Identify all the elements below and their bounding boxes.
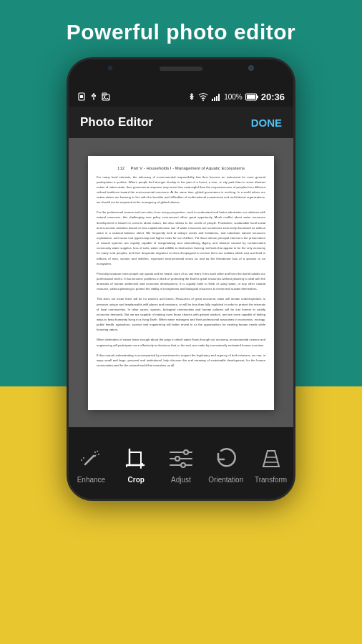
app-background: Powerful photo editor: [0, 0, 362, 644]
battery-icon: [245, 93, 258, 101]
svg-rect-17: [247, 94, 255, 99]
svg-line-19: [85, 456, 94, 464]
svg-rect-14: [216, 96, 217, 101]
orientation-label: Orientation: [208, 476, 243, 484]
document-page: 112 Part V - Households I - Management o…: [88, 156, 274, 410]
toolbar-item-transform[interactable]: Transform: [248, 427, 293, 499]
svg-rect-1: [80, 95, 83, 98]
toolbar-item-enhance[interactable]: Enhance: [69, 427, 114, 499]
volume-up-button: [67, 163, 68, 188]
svg-point-11: [202, 99, 204, 101]
wifi-icon: [198, 92, 208, 101]
svg-line-23: [97, 451, 99, 452]
bluetooth-icon: [188, 92, 195, 101]
crop-label: Crop: [128, 476, 145, 484]
wand-icon: [78, 446, 104, 472]
doc-paragraph-1: For many local interests, the advocacy o…: [97, 175, 265, 205]
status-time: 20:36: [261, 92, 285, 102]
perspective-icon: [258, 446, 284, 472]
sim-icon: [77, 92, 86, 101]
toolbar-item-crop[interactable]: Crop: [114, 427, 159, 499]
phone-wrapper: 100% 20:36 Photo Editor DONE: [0, 57, 362, 501]
svg-rect-18: [257, 95, 258, 98]
doc-paragraph-3: Precisely because more people can speak …: [97, 271, 265, 292]
phone-top-bar: [69, 59, 293, 87]
phone: 100% 20:36 Photo Editor DONE: [67, 57, 295, 501]
svg-marker-36: [263, 451, 279, 467]
volume-mute-button: [67, 138, 68, 156]
rotate-icon: [213, 446, 239, 472]
sliders-icon: [168, 446, 194, 472]
adjust-label: Adjust: [171, 476, 191, 484]
transform-label: Transform: [255, 476, 287, 484]
doc-paragraph-4: This does not mean there will be no winn…: [97, 296, 265, 332]
doc-paragraph-5: When defenders of nature learn enough ab…: [97, 337, 265, 347]
toolbar-item-orientation[interactable]: Orientation: [203, 427, 248, 499]
usb-icon: [89, 92, 98, 101]
power-button: [294, 145, 295, 181]
front-camera: [248, 65, 254, 71]
signal-icon: [211, 92, 221, 101]
status-left-icons: [77, 92, 110, 101]
volume-down-button: [67, 195, 68, 220]
svg-point-33: [184, 450, 188, 454]
svg-point-34: [175, 457, 180, 461]
svg-point-35: [181, 463, 185, 467]
battery-percent: 100%: [224, 93, 243, 101]
front-sensor: [108, 66, 112, 70]
header-title: Photo Editor: [80, 115, 153, 130]
phone-inner: 100% 20:36 Photo Editor DONE: [69, 59, 293, 499]
status-bar: 100% 20:36: [69, 87, 293, 107]
bottom-toolbar: Enhance: [69, 427, 293, 499]
phone-speaker: [160, 67, 202, 71]
svg-marker-20: [94, 454, 97, 457]
toolbar-item-adjust[interactable]: Adjust: [159, 427, 204, 499]
page-number: 112 Part V - Households I - Management o…: [97, 166, 265, 170]
doc-paragraph-6: If this mutual understanding is accompan…: [97, 353, 265, 368]
svg-point-5: [94, 95, 96, 97]
crop-icon: [123, 446, 149, 472]
svg-point-4: [92, 95, 93, 97]
status-right-icons: 100% 20:36: [188, 92, 285, 102]
svg-rect-13: [214, 97, 215, 101]
svg-rect-12: [212, 99, 213, 101]
svg-rect-15: [218, 94, 220, 101]
app-title: Powerful photo editor: [0, 0, 362, 57]
gallery-icon: [102, 92, 110, 101]
doc-paragraph-2: For the professional women and men who, …: [97, 210, 265, 266]
enhance-label: Enhance: [77, 476, 105, 484]
svg-point-6: [93, 99, 94, 100]
done-button[interactable]: DONE: [251, 117, 282, 129]
header-bar: Photo Editor DONE: [69, 107, 293, 138]
document-area: 112 Part V - Households I - Management o…: [69, 138, 293, 427]
